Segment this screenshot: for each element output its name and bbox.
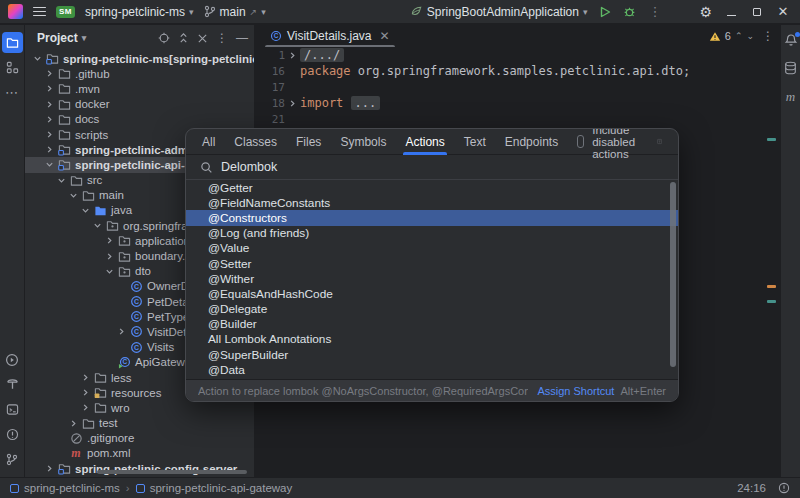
action-item--value[interactable]: @Value — [186, 241, 678, 256]
fold-marker-icon[interactable] — [285, 99, 300, 108]
action-item--setter[interactable]: @Setter — [186, 256, 678, 271]
chevron-down-icon[interactable] — [103, 267, 116, 276]
code-line-1[interactable]: 1/.../ — [255, 47, 780, 63]
fold-marker-icon[interactable] — [285, 51, 300, 60]
prev-warning-icon[interactable]: ⌃ — [735, 31, 743, 41]
action-item--equalsandhashcode[interactable]: @EqualsAndHashCode — [186, 286, 678, 301]
tab-options-icon[interactable]: ⋮ — [762, 29, 774, 43]
panel-options-icon[interactable]: ⋮ — [216, 31, 228, 45]
breadcrumb-spring-petclinic-ms[interactable]: spring-petclinic-ms — [10, 482, 120, 494]
popup-tab-all[interactable]: All — [202, 129, 215, 155]
next-warning-icon[interactable]: ⌄ — [746, 31, 754, 41]
chevron-right-icon[interactable] — [79, 388, 92, 397]
code-line-21[interactable]: 21 — [255, 111, 780, 127]
action-item--delegate[interactable]: @Delegate — [186, 302, 678, 317]
minimize-button[interactable] — [724, 5, 738, 18]
tree-item-docs[interactable]: docs — [25, 112, 254, 127]
chevron-right-icon[interactable] — [43, 464, 56, 473]
action-item--wither[interactable]: @Wither — [186, 271, 678, 286]
chevron-right-icon[interactable] — [43, 130, 56, 139]
project-panel-title[interactable]: Project ▾ — [37, 31, 86, 45]
services-tool-button[interactable] — [2, 349, 23, 370]
database-tool-button[interactable] — [784, 61, 797, 75]
structure-tool-button[interactable] — [2, 57, 23, 78]
inspection-widget[interactable]: 6 ⌃ ⌄ — [709, 30, 754, 42]
notifications-bell-button[interactable] — [784, 33, 798, 47]
search-query[interactable]: Delombok — [221, 160, 277, 174]
chevron-right-icon[interactable] — [115, 327, 128, 336]
project-tool-button[interactable] — [2, 32, 23, 53]
more-actions-icon[interactable]: ⋮ — [648, 4, 661, 19]
action-item--data[interactable]: @Data — [186, 362, 678, 377]
action-item--getter[interactable]: @Getter — [186, 180, 678, 195]
locate-file-icon[interactable] — [158, 32, 170, 44]
chevron-down-icon[interactable] — [43, 160, 56, 169]
chevron-down-icon[interactable] — [67, 191, 80, 200]
popup-tab-symbols[interactable]: Symbols — [340, 129, 386, 155]
include-disabled-checkbox[interactable] — [577, 135, 584, 148]
chevron-right-icon[interactable] — [43, 84, 56, 93]
chevron-right-icon[interactable] — [43, 69, 56, 78]
terminal-tool-button[interactable] — [2, 399, 23, 420]
chevron-right-icon[interactable] — [67, 419, 80, 428]
action-item--log-and-friends-[interactable]: @Log (and friends) — [186, 226, 678, 241]
popup-tab-classes[interactable]: Classes — [234, 129, 277, 155]
chevron-right-icon[interactable] — [43, 100, 56, 109]
tree-item--mvn[interactable]: .mvn — [25, 81, 254, 96]
tree-item--github[interactable]: .github — [25, 66, 254, 81]
tree-item-pom-xml[interactable]: mpom.xml — [25, 446, 254, 461]
tree-item-test[interactable]: test — [25, 416, 254, 431]
code-line-17[interactable]: 17 — [255, 79, 780, 95]
chevron-down-icon[interactable] — [31, 54, 44, 63]
main-menu-icon[interactable] — [33, 7, 46, 17]
chevron-right-icon[interactable] — [79, 403, 92, 412]
action-item-all-lombok-annotations[interactable]: All Lombok Annotations — [186, 332, 678, 347]
maven-tool-button[interactable]: m — [786, 89, 795, 105]
tree-item-spring-petclinic-ms[interactable]: spring-petclinic-ms [spring-petclinic-mi… — [25, 51, 254, 66]
chevron-right-icon[interactable] — [103, 236, 116, 245]
filter-icon[interactable] — [657, 136, 662, 147]
project-switcher[interactable]: spring-petclinic-ms ▾ — [85, 5, 194, 19]
chevron-right-icon[interactable] — [43, 145, 56, 154]
action-item--constructors[interactable]: @Constructors — [186, 210, 678, 225]
chevron-down-icon[interactable] — [55, 176, 68, 185]
close-button[interactable]: ✕ — [776, 5, 790, 18]
action-item--superbuilder[interactable]: @SuperBuilder — [186, 347, 678, 362]
popup-search-row[interactable]: Delombok — [186, 155, 678, 180]
close-tab-icon[interactable]: ✕ — [379, 29, 389, 43]
run-configuration-selector[interactable]: SpringBootAdminApplication ▾ — [410, 5, 588, 19]
action-item--utilityclass[interactable]: @UtilityClass — [186, 377, 678, 379]
collapse-all-icon[interactable] — [197, 33, 208, 44]
status-notifications-icon[interactable] — [778, 482, 790, 494]
tree-item-docker[interactable]: docker — [25, 97, 254, 112]
popup-tab-files[interactable]: Files — [296, 129, 321, 155]
problems-tool-button[interactable] — [2, 424, 23, 445]
action-item--builder[interactable]: @Builder — [186, 317, 678, 332]
chevron-down-icon[interactable] — [91, 221, 104, 230]
code-line-18[interactable]: 18import ... — [255, 95, 780, 111]
settings-gear-icon[interactable]: ⚙ — [699, 4, 712, 20]
debug-button[interactable] — [623, 5, 636, 18]
popup-tab-text[interactable]: Text — [464, 129, 486, 155]
tree-item--gitignore[interactable]: .gitignore — [25, 431, 254, 446]
chevron-right-icon[interactable] — [43, 115, 56, 124]
popup-tab-actions[interactable]: Actions — [405, 129, 444, 155]
code-line-16[interactable]: 16package org.springframework.samples.pe… — [255, 63, 780, 79]
build-tool-button[interactable] — [2, 374, 23, 395]
popup-scrollbar[interactable] — [670, 182, 676, 367]
vcs-widget[interactable]: main ↗ ▾ — [204, 5, 266, 19]
editor-tab-visitdetails[interactable]: C VisitDetails.java ✕ — [263, 25, 397, 47]
breadcrumb-spring-petclinic-api-gateway[interactable]: spring-petclinic-api-gateway — [136, 482, 293, 494]
vcs-tool-button[interactable] — [2, 449, 23, 470]
horizontal-scrollbar[interactable] — [97, 470, 247, 474]
run-button[interactable] — [599, 6, 611, 18]
expand-all-icon[interactable] — [178, 32, 189, 44]
assign-shortcut-link[interactable]: Assign Shortcut — [537, 385, 614, 397]
popup-tab-endpoints[interactable]: Endpoints — [505, 129, 558, 155]
hide-panel-icon[interactable]: — — [236, 31, 248, 45]
caret-position[interactable]: 24:16 — [737, 482, 766, 494]
maximize-button[interactable] — [750, 5, 764, 18]
more-tool-windows-button[interactable]: ⋯ — [2, 82, 23, 103]
chevron-right-icon[interactable] — [103, 252, 116, 261]
action-item--fieldnameconstants[interactable]: @FieldNameConstants — [186, 195, 678, 210]
